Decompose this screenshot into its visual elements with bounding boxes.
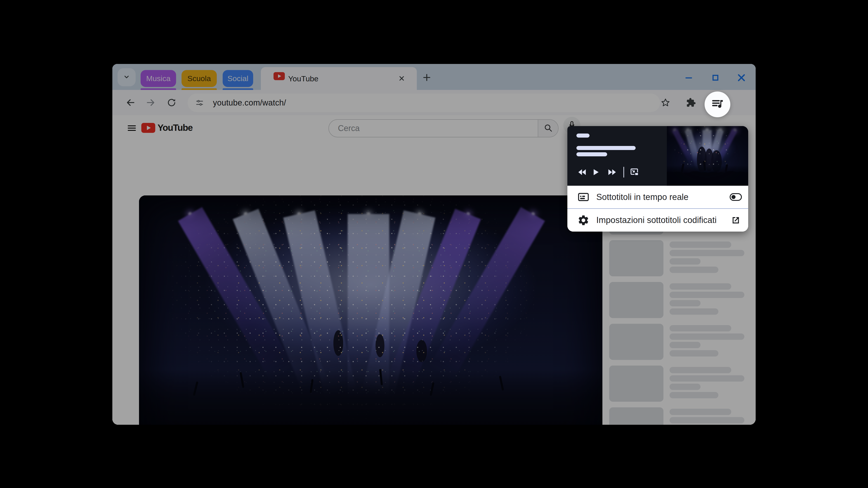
- controls-divider: [623, 167, 624, 177]
- live-caption-icon: [577, 191, 590, 203]
- next-track-button[interactable]: [607, 167, 617, 177]
- live-caption-row[interactable]: Sottotitoli in tempo reale: [567, 186, 748, 208]
- media-playlist-music-icon: [711, 97, 724, 111]
- caption-settings-label: Impostazioni sottotitoli codificati: [596, 215, 717, 225]
- media-text-placeholder: [577, 152, 607, 156]
- live-caption-toggle[interactable]: [730, 193, 742, 201]
- caption-settings-row[interactable]: Impostazioni sottotitoli codificati: [567, 209, 748, 232]
- desktop-background: Musica Scuola Social YouTube: [0, 0, 868, 488]
- media-text-placeholder: [577, 146, 636, 150]
- play-button[interactable]: [591, 167, 601, 177]
- gear-icon: [577, 214, 590, 226]
- media-controls-button[interactable]: [705, 92, 730, 117]
- previous-track-button[interactable]: [577, 167, 587, 177]
- picture-in-picture-button[interactable]: [629, 167, 640, 177]
- browser-window: Musica Scuola Social YouTube: [112, 64, 756, 425]
- live-caption-label: Sottotitoli in tempo reale: [596, 192, 688, 202]
- open-in-new-icon: [730, 215, 741, 226]
- media-artwork: [667, 126, 748, 186]
- media-title-placeholder: [577, 133, 590, 138]
- dim-overlay: [112, 64, 756, 425]
- media-controls-popup: Sottotitoli in tempo reale Impostazioni …: [567, 126, 748, 232]
- media-session-card: [567, 126, 748, 186]
